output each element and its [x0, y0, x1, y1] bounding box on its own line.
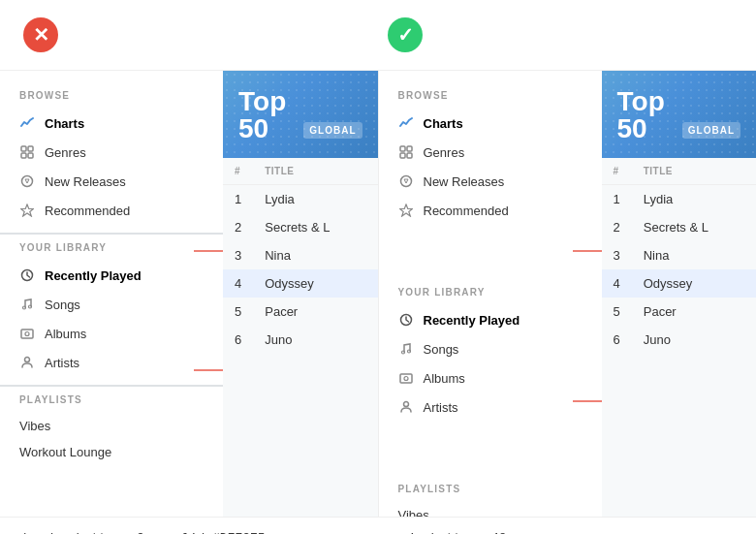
top50-title-wrong: Top 50 — [238, 88, 303, 142]
star-icon — [19, 203, 35, 218]
sidebar-item-recentlyplayed-correct[interactable]: Recently Played — [379, 305, 602, 334]
library-section-correct: YOUR LIBRARY Recently Played — [379, 279, 602, 429]
clock-icon-correct — [398, 312, 414, 328]
svg-rect-9 — [21, 330, 33, 338]
svg-point-7 — [23, 306, 26, 309]
recommended-label-correct: Recommended — [424, 204, 509, 218]
clock-icon — [19, 267, 35, 283]
library-label-correct: YOUR LIBRARY — [379, 287, 602, 305]
albums-label: Albums — [45, 327, 86, 341]
album-icon — [19, 326, 35, 341]
sidebar-item-albums-wrong[interactable]: Albums — [0, 319, 223, 348]
svg-rect-13 — [407, 146, 412, 151]
genres-label: Genres — [45, 145, 86, 160]
table-row: 5Pacer — [223, 298, 378, 326]
chart-icon-correct — [398, 115, 414, 131]
svg-rect-0 — [21, 146, 26, 151]
svg-rect-12 — [400, 146, 405, 151]
sidebar-item-recommended-correct[interactable]: Recommended — [379, 196, 602, 225]
sidebar-item-newreleases-wrong[interactable]: New Releases — [0, 167, 223, 196]
sidebar-item-genres-wrong[interactable]: Genres — [0, 138, 223, 167]
svg-rect-2 — [21, 153, 26, 158]
global-badge-wrong: GLOBAL — [303, 122, 362, 139]
col-title-wrong: TITLE — [253, 158, 377, 185]
table-row: 1Lydia — [223, 185, 378, 214]
sidebar-correct: BROWSE Charts — [379, 71, 602, 517]
playlists-section-wrong: PLAYLISTS Vibes Workout Lounge — [0, 387, 223, 465]
svg-point-8 — [29, 305, 32, 308]
playlist-vibes-wrong[interactable]: Vibes — [0, 413, 223, 439]
newreleases-label-correct: New Releases — [424, 174, 505, 189]
songs-label-correct: Songs — [424, 342, 459, 357]
new-releases-icon — [19, 173, 35, 189]
sidebar-item-charts-correct[interactable]: Charts — [379, 109, 602, 138]
albums-label-correct: Albums — [424, 371, 465, 386]
library-label-wrong: YOUR LIBRARY — [0, 242, 223, 261]
sidebar-item-artists-wrong[interactable]: Artists — [0, 348, 223, 377]
chart-table-wrong: # TITLE 1Lydia 2Secrets & L 3Nina 4Odyss… — [223, 158, 378, 354]
svg-rect-21 — [400, 374, 412, 383]
playlist-workout-wrong[interactable]: Workout Lounge — [0, 439, 223, 465]
table-row: 5Pacer — [602, 298, 757, 326]
playlist-vibes-correct[interactable]: Vibes — [379, 502, 602, 517]
recommended-label: Recommended — [45, 204, 130, 218]
person-icon-correct — [398, 399, 414, 415]
chart-panel-correct: Top 50 GLOBAL # TITLE 1Lydia 2Secrets & … — [602, 71, 757, 517]
sidebar-item-charts-wrong[interactable]: Charts — [0, 109, 223, 138]
songs-label: Songs — [45, 298, 80, 312]
artists-label-correct: Artists — [424, 400, 458, 415]
grid-icon-correct — [398, 144, 414, 160]
newreleases-label: New Releases — [45, 174, 126, 189]
sidebar-item-songs-wrong[interactable]: Songs — [0, 290, 223, 319]
svg-rect-14 — [400, 153, 405, 158]
browse-label-correct: BROWSE — [379, 90, 602, 109]
svg-point-11 — [25, 358, 30, 362]
browse-label-wrong: BROWSE — [0, 90, 223, 109]
svg-point-10 — [25, 332, 29, 336]
sidebar-wrong: BROWSE Charts — [0, 71, 223, 517]
col-rank-correct: # — [602, 158, 632, 185]
library-section-wrong: YOUR LIBRARY Recently Played — [0, 235, 223, 387]
sidebar-item-artists-correct[interactable]: Artists — [379, 393, 602, 422]
recentlyplayed-label-correct: Recently Played — [424, 313, 520, 328]
svg-rect-15 — [407, 153, 412, 158]
svg-point-4 — [22, 176, 33, 187]
panel-wrong: BROWSE Charts — [0, 71, 378, 517]
table-row: 6Juno — [223, 326, 378, 354]
table-row: 3Nina — [602, 241, 757, 269]
panel-correct: BROWSE Charts — [378, 71, 757, 517]
table-row: 3Nina — [223, 241, 378, 269]
table-row: 6Juno — [602, 326, 757, 354]
top-bar: ✕ ✓ — [0, 0, 756, 71]
sidebar-item-albums-correct[interactable]: Albums — [379, 363, 602, 393]
wrong-icon: ✕ — [23, 17, 58, 52]
top50-title-correct: Top 50 — [617, 88, 682, 142]
svg-marker-17 — [399, 204, 412, 216]
bottom-code-bar: border-bottom: 2px solid #DEE2E5; margin… — [0, 517, 756, 534]
table-row: 2Secrets & L — [223, 213, 378, 241]
browse-section-wrong: BROWSE Charts — [0, 90, 223, 235]
person-icon — [19, 355, 35, 370]
svg-marker-5 — [21, 204, 34, 216]
panels: BROWSE Charts — [0, 71, 756, 517]
col-title-correct: TITLE — [632, 158, 756, 185]
sidebar-item-songs-correct[interactable]: Songs — [379, 334, 602, 363]
music-icon-correct — [398, 341, 414, 357]
sidebar-item-newreleases-correct[interactable]: New Releases — [379, 167, 602, 196]
playlists-label-wrong: PLAYLISTS — [0, 394, 223, 413]
playlists-section-correct: PLAYLISTS Vibes — [379, 476, 602, 517]
chart-icon — [19, 115, 35, 131]
svg-point-22 — [404, 377, 408, 381]
playlists-label-correct: PLAYLISTS — [379, 484, 602, 502]
sidebar-item-recentlyplayed-wrong[interactable]: Recently Played — [0, 261, 223, 290]
new-releases-icon-correct — [398, 173, 414, 189]
sidebar-item-genres-correct[interactable]: Genres — [379, 138, 602, 167]
sidebar-item-recommended-wrong[interactable]: Recommended — [0, 196, 223, 225]
table-row: 4Odyssey — [223, 269, 378, 298]
recentlyplayed-label: Recently Played — [45, 268, 142, 283]
svg-point-19 — [401, 351, 404, 354]
global-badge-correct: GLOBAL — [682, 122, 740, 139]
chart-table-correct: # TITLE 1Lydia 2Secrets & L 3Nina 4Odyss… — [602, 158, 757, 354]
table-row: 1Lydia — [602, 185, 757, 214]
chart-header-correct: Top 50 GLOBAL — [602, 71, 757, 158]
